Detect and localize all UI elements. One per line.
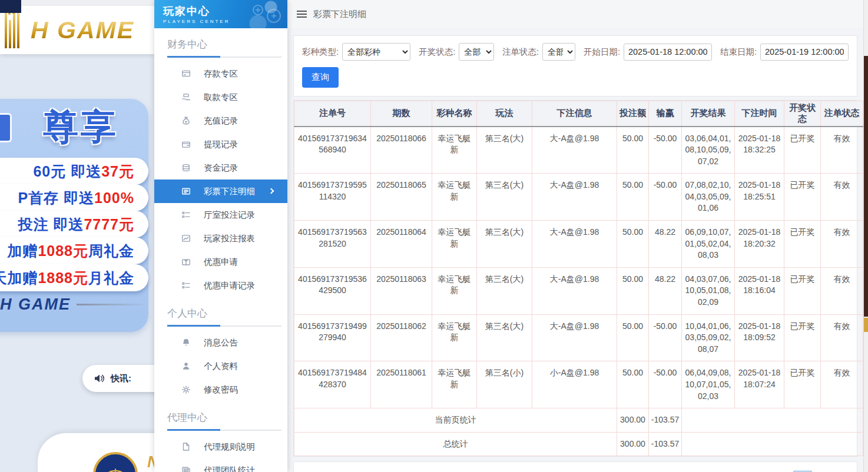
person-icon bbox=[181, 361, 191, 371]
promo-brand-line: H GAME bbox=[0, 295, 148, 314]
sidebar-header: 玩家中心 PLAYERS CENTER bbox=[154, 0, 287, 28]
sidebar-item-withdraw-zone[interactable]: 取款专区 bbox=[154, 85, 287, 109]
sidebar-item-deposit-zone[interactable]: 存款专区 bbox=[154, 62, 287, 85]
table-cell: 401569173719634568940 bbox=[294, 127, 371, 174]
promo-title: 尊享 bbox=[14, 104, 147, 151]
table-cell: 401569173719536429500 bbox=[294, 267, 371, 314]
table-cell: 有效 bbox=[821, 314, 863, 361]
end-date-label: 结束日期: bbox=[720, 46, 757, 58]
table-cell: 2025-01-18 18:25:51 bbox=[735, 174, 784, 221]
table-cell: -50.00 bbox=[649, 127, 682, 174]
section-divider bbox=[167, 325, 281, 327]
table-row: 40156917371956328152020250118064幸运飞艇新第三名… bbox=[294, 221, 863, 268]
table-cell: 有效 bbox=[821, 174, 863, 221]
draw-status-label: 开奖状态: bbox=[419, 46, 455, 58]
summary-win-loss: -103.57 bbox=[649, 432, 682, 456]
sidebar-item-label: 玩家投注报表 bbox=[204, 233, 255, 244]
table-cell: 第三名(大) bbox=[477, 127, 532, 174]
table-cell: 已开奖 bbox=[784, 267, 821, 314]
sidebar-item-change-password[interactable]: 修改密码 bbox=[154, 378, 287, 401]
sidebar-item-hall-bet-records[interactable]: 厅室投注记录 bbox=[154, 203, 287, 227]
table-cell: 已开奖 bbox=[784, 314, 821, 361]
promo-pill: P首存 即送100% bbox=[0, 184, 148, 211]
moneybag-icon bbox=[181, 116, 191, 125]
table-cell: 第三名(大) bbox=[477, 174, 532, 221]
table-cell: 幸运飞艇新 bbox=[432, 314, 477, 361]
table-row: 40156917371948442837020250118061幸运飞艇新第三名… bbox=[294, 361, 863, 408]
sidebar-item-player-bet-report[interactable]: 玩家投注报表 bbox=[154, 227, 287, 250]
table-cell: -50.00 bbox=[649, 174, 682, 221]
lottery-type-select[interactable]: 全部彩种 bbox=[342, 43, 410, 61]
draw-status-select[interactable]: 全部 bbox=[459, 43, 494, 61]
wallet-icon bbox=[181, 139, 191, 149]
hamburger-menu-icon[interactable] bbox=[297, 11, 307, 18]
promo-pill: 加赠1088元周礼金 bbox=[0, 237, 148, 264]
bet-table-panel: 注单号期数彩种名称玩法下注信息投注额输赢开奖结果下注时间开奖状态注单状态 401… bbox=[293, 100, 857, 457]
doc-icon bbox=[181, 442, 191, 451]
summary-row: 总统计 300.00 -103.57 bbox=[294, 432, 863, 456]
order-status-select[interactable]: 全部 bbox=[542, 43, 575, 61]
sidebar-item-label: 修改密码 bbox=[204, 384, 238, 395]
coins-icon bbox=[181, 163, 191, 172]
table-cell: 401569173719484428370 bbox=[294, 361, 371, 408]
sidebar-item-promo-apply[interactable]: 优惠申请 bbox=[154, 250, 287, 274]
table-cell: 幸运飞艇新 bbox=[432, 127, 477, 174]
sidebar-item-recharge-records[interactable]: 充值记录 bbox=[154, 109, 287, 132]
table-cell: 已开奖 bbox=[784, 174, 821, 221]
news-icon bbox=[181, 466, 191, 472]
table-cell: 大-A盘@1.98 bbox=[532, 314, 617, 361]
sidebar-item-fund-records[interactable]: 资金记录 bbox=[154, 156, 287, 180]
table-cell: 06,04,09,08,10,07,01,05,02,03 bbox=[682, 361, 735, 408]
table-cell: 小-A盘@1.98 bbox=[532, 361, 617, 408]
sidebar-item-label: 优惠申请记录 bbox=[204, 280, 255, 291]
scrollbar-thumb[interactable] bbox=[864, 56, 868, 317]
search-button[interactable]: 查询 bbox=[302, 67, 339, 88]
ticker-label: 快讯: bbox=[111, 373, 131, 384]
table-cell: 50.00 bbox=[617, 174, 649, 221]
sidebar-item-label: 提现记录 bbox=[204, 139, 238, 150]
table-cell: 幸运飞艇新 bbox=[432, 174, 477, 221]
sidebar-item-label: 代理团队统计 bbox=[204, 465, 255, 472]
gamepad-icon bbox=[250, 2, 284, 26]
sidebar-item-label: 取款专区 bbox=[204, 92, 238, 103]
main-content: 彩票下注明细 彩种类型: 全部彩种 开奖状态: 全部 注单状态: 全部 bbox=[287, 0, 863, 472]
sidebar-item-label: 消息公告 bbox=[204, 337, 238, 348]
table-cell: 03,06,04,01,08,10,05,09,07,02 bbox=[682, 127, 735, 174]
sidebar-item-agent-team-stats[interactable]: 代理团队统计 bbox=[154, 458, 287, 472]
table-row: 40156917371953642950020250118063幸运飞艇新第三名… bbox=[294, 267, 863, 314]
sidebar: 玩家中心 PLAYERS CENTER 财务中心 存款专区 取款专区 bbox=[154, 0, 287, 472]
table-row: 40156917371959511432020250118065幸运飞艇新第三名… bbox=[294, 174, 863, 221]
sidebar-item-withdraw-records[interactable]: 提现记录 bbox=[154, 132, 287, 156]
sidebar-item-label: 资金记录 bbox=[204, 162, 238, 174]
table-cell: 50.00 bbox=[617, 267, 649, 314]
sidebar-item-label: 充值记录 bbox=[204, 115, 238, 127]
scrollbar-track[interactable] bbox=[863, 0, 868, 472]
end-date-input[interactable] bbox=[760, 44, 849, 61]
order-status-label: 注单状态: bbox=[502, 46, 539, 58]
sidebar-item-label: 代理规则说明 bbox=[204, 441, 255, 453]
table-cell: 2025-01-18 18:16:04 bbox=[735, 267, 784, 314]
footer-letter: N bbox=[147, 453, 154, 471]
section-divider bbox=[167, 430, 281, 431]
site-logo-band: H GAME bbox=[0, 6, 154, 54]
filter-panel: 彩种类型: 全部彩种 开奖状态: 全部 注单状态: 全部 开始日期: 结束日期: bbox=[293, 35, 857, 97]
sidebar-item-profile[interactable]: 个人资料 bbox=[154, 354, 287, 378]
sidebar-item-promo-apply-records[interactable]: 优惠申请记录 bbox=[154, 274, 287, 297]
table-cell: 第三名(大) bbox=[477, 221, 532, 268]
sidebar-item-label: 厅室投注记录 bbox=[204, 210, 255, 221]
section-divider bbox=[167, 56, 281, 58]
chart-icon bbox=[181, 234, 191, 243]
top-strip bbox=[0, 0, 154, 6]
section-title: 代理中心 bbox=[154, 401, 287, 430]
promo-title-cut-decor bbox=[0, 113, 12, 142]
sidebar-item-agent-rules[interactable]: 代理规则说明 bbox=[154, 435, 287, 458]
table-cell: 04,03,07,06,10,05,01,08,02,09 bbox=[682, 267, 735, 314]
corner-decor bbox=[0, 0, 21, 13]
sidebar-item-lottery-bet-details[interactable]: 彩票下注明细 bbox=[154, 180, 287, 203]
table-cell: 大-A盘@1.98 bbox=[532, 127, 617, 174]
start-date-input[interactable] bbox=[624, 44, 712, 61]
table-header-row: 注单号期数彩种名称玩法下注信息投注额输赢开奖结果下注时间开奖状态注单状态 bbox=[294, 101, 863, 127]
summary-label: 当前页统计 bbox=[294, 408, 617, 433]
sidebar-item-messages[interactable]: 消息公告 bbox=[154, 331, 287, 354]
table-cell: 有效 bbox=[821, 267, 863, 314]
